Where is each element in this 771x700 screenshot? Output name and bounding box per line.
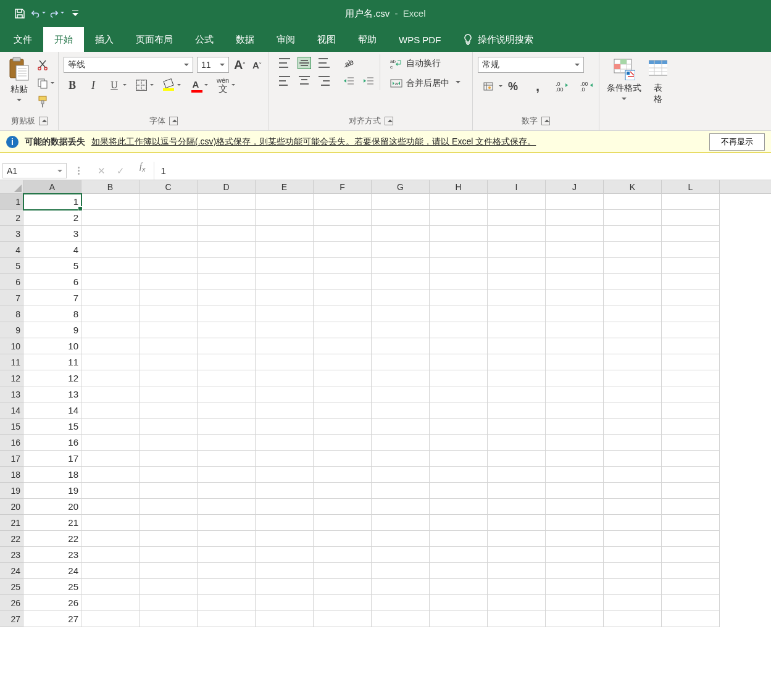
cell-B24[interactable] (81, 563, 140, 579)
row-header-2[interactable]: 2 (0, 210, 23, 226)
cell-G22[interactable] (372, 531, 430, 547)
cell-C13[interactable] (140, 386, 198, 402)
cell-E4[interactable] (256, 242, 314, 258)
cell-E22[interactable] (256, 531, 314, 547)
cell-H25[interactable] (430, 579, 488, 595)
cell-K25[interactable] (604, 579, 662, 595)
cell-H3[interactable] (430, 226, 488, 242)
cell-G4[interactable] (372, 242, 430, 258)
cell-H26[interactable] (430, 595, 488, 611)
cell-F10[interactable] (314, 338, 372, 354)
cell-B25[interactable] (81, 579, 140, 595)
cell-L18[interactable] (662, 467, 720, 483)
cell-B10[interactable] (81, 338, 140, 354)
cell-G5[interactable] (372, 258, 430, 274)
cell-J17[interactable] (546, 451, 604, 467)
cell-K18[interactable] (604, 467, 662, 483)
cell-F15[interactable] (314, 419, 372, 435)
cell-C27[interactable] (140, 611, 198, 627)
cell-J16[interactable] (546, 435, 604, 451)
cell-F11[interactable] (314, 354, 372, 370)
merge-center-button[interactable]: a 合并后居中 (388, 77, 463, 90)
cell-H23[interactable] (430, 547, 488, 563)
row-header-25[interactable]: 25 (0, 579, 23, 595)
row-header-27[interactable]: 27 (0, 611, 23, 627)
cell-F24[interactable] (314, 563, 372, 579)
number-launcher[interactable] (541, 117, 550, 125)
cell-K22[interactable] (604, 531, 662, 547)
cell-E23[interactable] (256, 547, 314, 563)
row-header-19[interactable]: 19 (0, 483, 23, 499)
cell-I9[interactable] (488, 322, 546, 338)
cell-J6[interactable] (546, 274, 604, 290)
cell-A10[interactable]: 10 (23, 338, 81, 354)
row-header-21[interactable]: 21 (0, 515, 23, 531)
cell-C21[interactable] (140, 515, 198, 531)
cell-L11[interactable] (662, 354, 720, 370)
cell-E21[interactable] (256, 515, 314, 531)
cell-B15[interactable] (81, 419, 140, 435)
cell-L24[interactable] (662, 563, 720, 579)
cell-D17[interactable] (198, 451, 256, 467)
cell-F7[interactable] (314, 290, 372, 306)
customize-qat-icon[interactable] (68, 6, 83, 21)
cell-E20[interactable] (256, 499, 314, 515)
cell-J21[interactable] (546, 515, 604, 531)
cell-J1[interactable] (546, 194, 604, 210)
cell-K10[interactable] (604, 338, 662, 354)
cell-C5[interactable] (140, 258, 198, 274)
cell-K9[interactable] (604, 322, 662, 338)
cell-A16[interactable]: 16 (23, 435, 81, 451)
cell-A18[interactable]: 18 (23, 467, 81, 483)
cell-E15[interactable] (256, 419, 314, 435)
cell-B1[interactable] (81, 194, 140, 210)
cell-D11[interactable] (198, 354, 256, 370)
cell-K21[interactable] (604, 515, 662, 531)
cell-F3[interactable] (314, 226, 372, 242)
cell-D14[interactable] (198, 402, 256, 419)
cell-E8[interactable] (256, 306, 314, 322)
cell-L27[interactable] (662, 611, 720, 627)
cell-E13[interactable] (256, 386, 314, 402)
cell-B5[interactable] (81, 258, 140, 274)
tab-insert[interactable]: 插入 (84, 27, 125, 52)
cell-B16[interactable] (81, 435, 140, 451)
cell-J23[interactable] (546, 547, 604, 563)
cell-J18[interactable] (546, 467, 604, 483)
clipboard-launcher[interactable] (39, 117, 48, 125)
cell-E1[interactable] (256, 194, 314, 210)
cell-C19[interactable] (140, 483, 198, 499)
cell-I5[interactable] (488, 258, 546, 274)
row-header-15[interactable]: 15 (0, 419, 23, 435)
format-painter-icon[interactable] (36, 95, 49, 109)
cell-K7[interactable] (604, 290, 662, 306)
cell-L20[interactable] (662, 499, 720, 515)
cell-B27[interactable] (81, 611, 140, 627)
cell-K4[interactable] (604, 242, 662, 258)
align-center-icon[interactable] (298, 75, 310, 86)
cell-I18[interactable] (488, 467, 546, 483)
cell-D18[interactable] (198, 467, 256, 483)
cell-D25[interactable] (198, 579, 256, 595)
cell-I6[interactable] (488, 274, 546, 290)
cell-I12[interactable] (488, 370, 546, 386)
cell-G17[interactable] (372, 451, 430, 467)
cell-E11[interactable] (256, 354, 314, 370)
cell-J2[interactable] (546, 210, 604, 226)
cell-F23[interactable] (314, 547, 372, 563)
cell-E14[interactable] (256, 402, 314, 419)
cell-B12[interactable] (81, 370, 140, 386)
cell-A24[interactable]: 24 (23, 563, 81, 579)
cell-F1[interactable] (314, 194, 372, 210)
cell-E10[interactable] (256, 338, 314, 354)
cell-G11[interactable] (372, 354, 430, 370)
cell-A3[interactable]: 3 (23, 226, 81, 242)
cell-B20[interactable] (81, 499, 140, 515)
cell-G1[interactable] (372, 194, 430, 210)
column-header-F[interactable]: F (314, 180, 372, 193)
cell-E18[interactable] (256, 467, 314, 483)
cell-I27[interactable] (488, 611, 546, 627)
redo-icon[interactable] (49, 6, 64, 21)
cut-icon[interactable] (36, 58, 49, 72)
column-header-B[interactable]: B (81, 180, 140, 193)
